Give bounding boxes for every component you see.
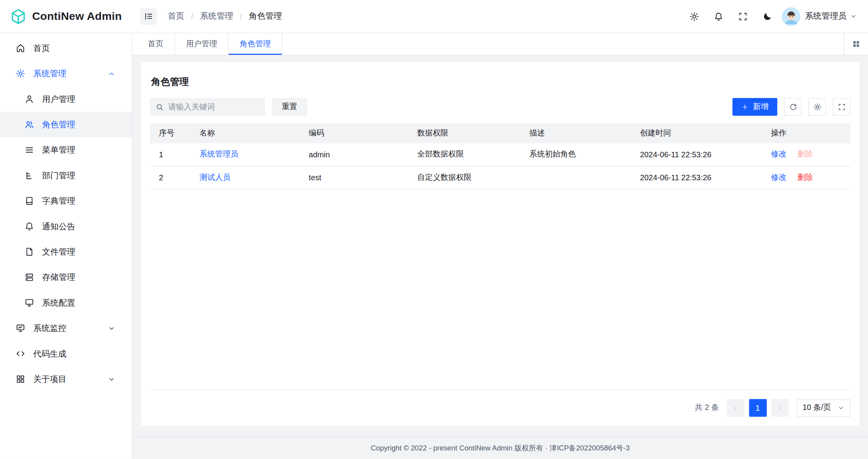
app-logo-icon	[10, 8, 27, 25]
cell-data-scope: 自定义数据权限	[408, 166, 521, 189]
column-settings-button[interactable]	[808, 98, 826, 116]
header-actions: 系统管理员	[684, 6, 868, 26]
sidebar-item-label: 系统监控	[33, 323, 66, 334]
refresh-icon	[789, 103, 797, 111]
tab-label: 角色管理	[240, 39, 271, 49]
sidebar-item-system-config[interactable]: 系统配置	[0, 290, 132, 315]
toolbar: 重置 新增	[150, 98, 850, 116]
tab-list-button[interactable]	[844, 33, 868, 55]
refresh-button[interactable]	[784, 98, 801, 116]
add-button[interactable]: 新增	[732, 98, 777, 116]
tab-user-mgmt[interactable]: 用户管理	[175, 33, 229, 55]
role-name-link[interactable]: 测试人员	[199, 172, 231, 181]
reset-button[interactable]: 重置	[272, 98, 307, 116]
search-input[interactable]	[168, 102, 260, 111]
sidebar-item-label: 通知公告	[42, 221, 75, 232]
add-button-label: 新增	[753, 102, 769, 112]
modify-link[interactable]: 修改	[771, 149, 787, 158]
col-description: 描述	[521, 123, 631, 143]
breadcrumb-system-mgmt[interactable]: 系统管理	[200, 11, 233, 21]
moon-icon	[762, 11, 773, 21]
pagination: 共 2 条 1 10 条/页	[150, 399, 850, 417]
copyright-text: Copyright © 2022 - present ContiNew Admi…	[371, 443, 630, 453]
tab-home[interactable]: 首页	[137, 33, 175, 55]
sidebar-item-system-mgmt[interactable]: 系统管理	[0, 61, 132, 86]
user-icon	[25, 94, 35, 104]
grid-icon	[852, 40, 860, 48]
table-row: 2 测试人员 test 自定义数据权限 2024-06-11 22:53:26 …	[150, 166, 850, 189]
table-fullscreen-button[interactable]	[833, 98, 850, 116]
sidebar-item-code-gen[interactable]: 代码生成	[0, 341, 132, 366]
app-root: ContiNew Admin 首页 / 系统管理 / 角色管理	[0, 0, 868, 459]
page-size-select[interactable]: 10 条/页	[796, 399, 850, 417]
top-header: ContiNew Admin 首页 / 系统管理 / 角色管理	[0, 0, 868, 33]
monitor-chart-icon	[16, 323, 26, 333]
cell-description: 系统初始角色	[521, 143, 631, 166]
sidebar-item-storage-mgmt[interactable]: 存储管理	[0, 265, 132, 290]
notifications-button[interactable]	[709, 6, 729, 26]
plus-icon	[741, 103, 748, 110]
sidebar-item-label: 系统管理	[33, 69, 66, 79]
role-name-link[interactable]: 系统管理员	[199, 149, 238, 158]
next-page-button[interactable]	[771, 399, 789, 417]
fullscreen-button[interactable]	[733, 6, 753, 26]
settings-button[interactable]	[684, 6, 704, 26]
sidebar-item-about[interactable]: 关于项目	[0, 366, 132, 392]
gear-icon	[16, 69, 26, 79]
sidebar-item-user-mgmt[interactable]: 用户管理	[0, 86, 132, 112]
col-operations: 操作	[762, 123, 850, 143]
user-menu[interactable]: 系统管理员	[805, 11, 857, 21]
page-title: 角色管理	[151, 75, 849, 88]
sidebar-item-dept-mgmt[interactable]: 部门管理	[0, 163, 132, 188]
delete-link[interactable]: 删除	[798, 172, 813, 181]
cell-index: 2	[150, 166, 190, 189]
sidebar-item-notice[interactable]: 通知公告	[0, 214, 132, 239]
theme-toggle-button[interactable]	[757, 6, 777, 26]
monitor-icon	[25, 298, 35, 308]
sidebar-item-file-mgmt[interactable]: 文件管理	[0, 239, 132, 264]
chevron-right-icon	[776, 404, 783, 412]
fullscreen-icon	[738, 11, 748, 21]
cell-code: admin	[300, 143, 408, 166]
sidebar-item-role-mgmt[interactable]: 角色管理	[0, 112, 132, 137]
col-created-at: 创建时间	[631, 123, 762, 143]
users-icon	[25, 120, 35, 130]
sidebar-item-label: 系统配置	[42, 297, 75, 308]
sidebar-item-menu-mgmt[interactable]: 菜单管理	[0, 137, 132, 163]
tab-role-mgmt[interactable]: 角色管理	[229, 33, 282, 55]
chevron-down-icon	[850, 13, 857, 20]
layout: 首页 系统管理 用户管理 角色管理	[0, 33, 868, 459]
sidebar-item-label: 字典管理	[42, 196, 75, 206]
modify-link[interactable]: 修改	[771, 172, 787, 181]
tab-label: 用户管理	[186, 39, 217, 49]
logo-area[interactable]: ContiNew Admin	[0, 8, 132, 25]
sidebar-item-label: 角色管理	[42, 119, 75, 130]
chevron-down-icon	[838, 404, 844, 411]
sidebar-item-label: 代码生成	[33, 348, 66, 359]
grid-icon	[16, 374, 26, 384]
sidebar-item-home[interactable]: 首页	[0, 35, 132, 61]
cell-code: test	[300, 166, 408, 189]
breadcrumb-separator: /	[240, 12, 242, 21]
file-icon	[25, 247, 35, 257]
sidebar-item-label: 存储管理	[42, 272, 75, 283]
avatar[interactable]	[782, 7, 800, 26]
gear-icon	[813, 103, 821, 111]
collapse-sidebar-button[interactable]	[140, 8, 157, 25]
app-title: ContiNew Admin	[32, 10, 121, 23]
user-name: 系统管理员	[805, 11, 847, 21]
cell-description	[521, 166, 631, 189]
breadcrumb-home[interactable]: 首页	[168, 11, 185, 21]
fullscreen-icon	[837, 103, 845, 111]
gear-icon	[689, 11, 699, 21]
sidebar-item-dict-mgmt[interactable]: 字典管理	[0, 188, 132, 213]
home-icon	[16, 43, 26, 53]
sidebar-item-label: 部门管理	[42, 170, 75, 181]
storage-icon	[25, 272, 35, 282]
sidebar-item-label: 文件管理	[42, 246, 75, 257]
page-number-button[interactable]: 1	[749, 399, 766, 417]
sidebar-item-system-monitor[interactable]: 系统监控	[0, 315, 132, 341]
role-table: 序号 名称 编码 数据权限 描述 创建时间 操作	[150, 123, 850, 390]
col-index: 序号	[150, 123, 190, 143]
prev-page-button[interactable]	[727, 399, 744, 417]
